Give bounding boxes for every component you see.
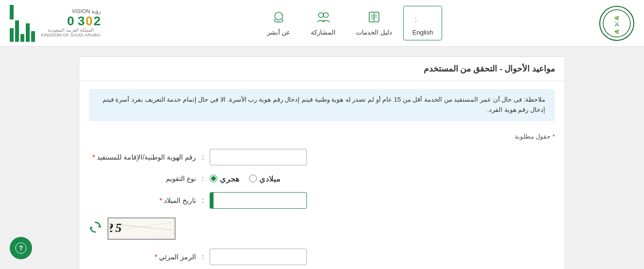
participation-icon bbox=[316, 10, 331, 26]
svg-text:2825: 2825 bbox=[110, 221, 124, 235]
notice-text: ملاحظة: فى حال أن عمر المستفيد من الخدمة… bbox=[103, 96, 545, 113]
nav-participation-label: المشاركة bbox=[311, 29, 336, 36]
svg-text:?: ? bbox=[19, 244, 23, 252]
radio-hijri[interactable]: هجري bbox=[210, 174, 239, 183]
header-nav: عﻼ English دليل الخدمات bbox=[258, 6, 443, 40]
hijri-label: هجري bbox=[220, 174, 239, 183]
book-icon bbox=[367, 10, 381, 26]
nav-item-services-guide[interactable]: دليل الخدمات bbox=[347, 6, 401, 40]
captcha-required-star: * bbox=[155, 253, 157, 261]
nav-item-english[interactable]: عﻼ English bbox=[403, 6, 443, 40]
radio-hijri-input[interactable] bbox=[210, 175, 217, 182]
captcha-image-row: r 2825 bbox=[89, 217, 555, 240]
birthdate-row: : تاريخ الميلاد * bbox=[89, 192, 555, 209]
vision-year: 2 bbox=[94, 14, 101, 28]
header: 🌿 ⚔ 🌿 عﻼ English bbox=[0, 0, 644, 47]
birthdate-required-star: * bbox=[160, 197, 162, 204]
nav-item-participation[interactable]: المشاركة bbox=[302, 6, 345, 40]
help-button[interactable]: ? bbox=[10, 237, 32, 259]
captcha-text: r 2825 bbox=[110, 217, 173, 240]
nav-item-absher[interactable]: عن أبشر bbox=[258, 6, 300, 40]
captcha-input-row: : الرمز المرئي * bbox=[89, 249, 555, 265]
notice-bar: ملاحظة: فى حال أن عمر المستفيد من الخدمة… bbox=[89, 89, 555, 121]
calendar-radio-group: ميلادي هجري bbox=[210, 174, 281, 183]
svg-text:🌿: 🌿 bbox=[614, 29, 619, 34]
page-title-bar: مواعيد الأحوال - التحقق من المستخدم bbox=[79, 57, 565, 81]
english-icon: عﻼ bbox=[415, 10, 430, 26]
form-container: : رقم الهوية الوطنية/الإقامة للمستفيد * … bbox=[79, 144, 565, 269]
captcha-colon: : bbox=[202, 253, 204, 261]
calendar-colon: : bbox=[202, 175, 204, 182]
calendar-label: نوع التقويم bbox=[89, 175, 196, 182]
id-label: رقم الهوية الوطنية/الإقامة للمستفيد * bbox=[89, 153, 196, 161]
svg-point-10 bbox=[319, 13, 323, 18]
logo-area: 🌿 ⚔ 🌿 bbox=[599, 6, 634, 41]
radio-miladi[interactable]: ميلادي bbox=[249, 174, 281, 183]
captcha-refresh-button[interactable] bbox=[89, 221, 102, 236]
vision-three-zero: 3 0 bbox=[67, 14, 85, 28]
id-colon: : bbox=[202, 153, 204, 161]
nav-english-label: English bbox=[412, 29, 433, 36]
birthdate-colon: : bbox=[202, 197, 204, 204]
captcha-label: الرمز المرئي * bbox=[89, 253, 196, 261]
svg-marker-28 bbox=[90, 227, 93, 230]
calendar-icon-button[interactable] bbox=[210, 192, 214, 209]
id-number-input[interactable] bbox=[210, 149, 307, 165]
vision-logo: رؤية VISION 2 0 3 0 المملكة العربية السع… bbox=[41, 8, 101, 37]
calendar-type-row: ميلادي هجري : نوع التقويم bbox=[89, 174, 555, 183]
page-title: مواعيد الأحوال - التحقق من المستخدم bbox=[424, 64, 555, 73]
absher-icon bbox=[271, 10, 286, 26]
id-number-row: : رقم الهوية الوطنية/الإقامة للمستفيد * bbox=[89, 149, 555, 165]
captcha-image: r 2825 bbox=[107, 217, 176, 240]
birthdate-label: تاريخ الميلاد * bbox=[89, 197, 196, 204]
absher-bars-logo bbox=[10, 5, 35, 42]
vision-zero: 0 bbox=[86, 14, 92, 28]
radio-miladi-input[interactable] bbox=[249, 175, 257, 182]
svg-point-11 bbox=[323, 13, 328, 18]
required-note-text: * حقول مطلوبة bbox=[515, 133, 555, 140]
vision-brand: رؤية VISION 2 0 3 0 المملكة العربية السع… bbox=[10, 5, 101, 42]
birthdate-calendar-input bbox=[210, 192, 307, 209]
logo-circle: 🌿 ⚔ 🌿 bbox=[599, 6, 634, 41]
svg-text:عﻼ: عﻼ bbox=[415, 14, 417, 22]
required-fields-note: * حقول مطلوبة bbox=[79, 129, 565, 144]
nav-absher-label: عن أبشر bbox=[267, 29, 291, 36]
birthdate-label-text: تاريخ الميلاد bbox=[164, 197, 196, 204]
main-content: مواعيد الأحوال - التحقق من المستخدم ملاح… bbox=[79, 56, 565, 269]
vision-sub: المملكة العربية السعوديةKINGDOM OF SAUDI… bbox=[41, 28, 101, 38]
nav-services-label: دليل الخدمات bbox=[356, 29, 392, 36]
birthdate-text-input[interactable] bbox=[214, 195, 306, 206]
svg-text:⚔: ⚔ bbox=[614, 20, 620, 28]
id-label-text: رقم الهوية الوطنية/الإقامة للمستفيد bbox=[97, 153, 196, 161]
captcha-label-text: الرمز المرئي bbox=[159, 253, 196, 261]
captcha-input[interactable] bbox=[210, 249, 307, 265]
id-required-star: * bbox=[92, 153, 95, 161]
svg-marker-27 bbox=[98, 225, 100, 227]
svg-point-12 bbox=[275, 12, 283, 20]
miladi-label: ميلادي bbox=[259, 174, 281, 183]
